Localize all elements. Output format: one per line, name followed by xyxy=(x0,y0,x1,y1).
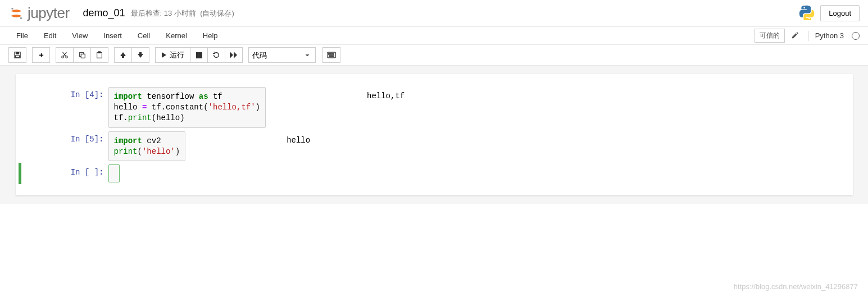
svg-rect-13 xyxy=(329,53,330,54)
pencil-icon[interactable] xyxy=(789,31,801,40)
notebook-container: In [4]:import tensorflow as tf hello = t… xyxy=(16,74,853,195)
code-cell[interactable]: In [5]:import cv2 print('hello') hello xyxy=(16,130,853,163)
copy-button[interactable] xyxy=(73,47,91,63)
input-prompt: In [5]: xyxy=(16,131,108,162)
cells-container: In [4]:import tensorflow as tf hello = t… xyxy=(16,85,853,184)
kernel-name[interactable]: Python 3 xyxy=(815,31,844,40)
menu-insert[interactable]: Insert xyxy=(96,28,130,43)
notebook-background: In [4]:import tensorflow as tf hello = t… xyxy=(0,66,868,204)
svg-rect-17 xyxy=(329,56,334,57)
menu-help[interactable]: Help xyxy=(195,28,226,43)
menubar: FileEditViewInsertCellKernelHelp 可信的 Pyt… xyxy=(0,27,868,45)
code-input[interactable]: import tensorflow as tf hello = tf.const… xyxy=(108,87,266,128)
svg-rect-4 xyxy=(16,56,20,58)
cell-output: hello,tf xyxy=(367,87,410,103)
logout-button[interactable]: Logout xyxy=(820,5,860,21)
logo[interactable]: jupyter xyxy=(8,4,70,22)
code-cell[interactable]: In [4]:import tensorflow as tf hello = t… xyxy=(16,85,853,130)
cell-output: hello xyxy=(287,131,316,147)
kernel-status-icon xyxy=(852,32,860,40)
input-prompt: In [ ]: xyxy=(16,164,108,182)
menu-kernel[interactable]: Kernel xyxy=(158,28,195,43)
menu-view[interactable]: View xyxy=(64,28,96,43)
toolbar: ＋ 运行 代码 xyxy=(0,45,868,66)
paste-button[interactable] xyxy=(90,47,108,63)
svg-point-1 xyxy=(20,17,22,19)
menu-edit[interactable]: Edit xyxy=(36,28,64,43)
save-button[interactable] xyxy=(8,47,26,63)
svg-point-0 xyxy=(11,7,13,10)
restart-button[interactable] xyxy=(207,47,225,63)
code-input[interactable] xyxy=(108,164,120,182)
jupyter-logo-icon xyxy=(8,6,24,21)
brand-text: jupyter xyxy=(28,4,70,22)
input-prompt: In [4]: xyxy=(16,87,108,128)
cell-type-select[interactable]: 代码 xyxy=(248,47,316,63)
checkpoint-status: 最后检查: 13 小时前 (自动保存) xyxy=(131,8,234,19)
interrupt-button[interactable] xyxy=(190,47,208,63)
move-up-button[interactable] xyxy=(114,47,132,63)
menu-cell[interactable]: Cell xyxy=(130,28,158,43)
notebook-name[interactable]: demo_01 xyxy=(80,6,129,20)
header: jupyter demo_01 最后检查: 13 小时前 (自动保存) Logo… xyxy=(0,0,868,27)
svg-rect-14 xyxy=(330,53,331,54)
svg-rect-11 xyxy=(196,52,202,58)
svg-rect-9 xyxy=(97,53,102,58)
svg-rect-3 xyxy=(16,52,19,54)
svg-rect-8 xyxy=(81,54,85,58)
svg-rect-15 xyxy=(331,53,333,54)
code-cell[interactable]: In [ ]: xyxy=(16,163,853,184)
divider xyxy=(808,31,808,41)
insert-cell-button[interactable]: ＋ xyxy=(32,47,50,63)
svg-rect-16 xyxy=(333,53,334,54)
trusted-indicator[interactable]: 可信的 xyxy=(755,29,785,43)
menu-file[interactable]: File xyxy=(8,28,36,43)
move-down-button[interactable] xyxy=(131,47,149,63)
code-input[interactable]: import cv2 print('hello') xyxy=(108,131,186,162)
restart-run-all-button[interactable] xyxy=(225,47,243,63)
python-logo-icon xyxy=(799,4,815,22)
cut-button[interactable] xyxy=(56,47,74,63)
command-palette-button[interactable] xyxy=(322,47,340,63)
svg-rect-12 xyxy=(327,52,335,58)
menu-items: FileEditViewInsertCellKernelHelp xyxy=(8,28,226,43)
svg-rect-10 xyxy=(98,52,101,53)
run-button[interactable]: 运行 xyxy=(155,47,190,63)
